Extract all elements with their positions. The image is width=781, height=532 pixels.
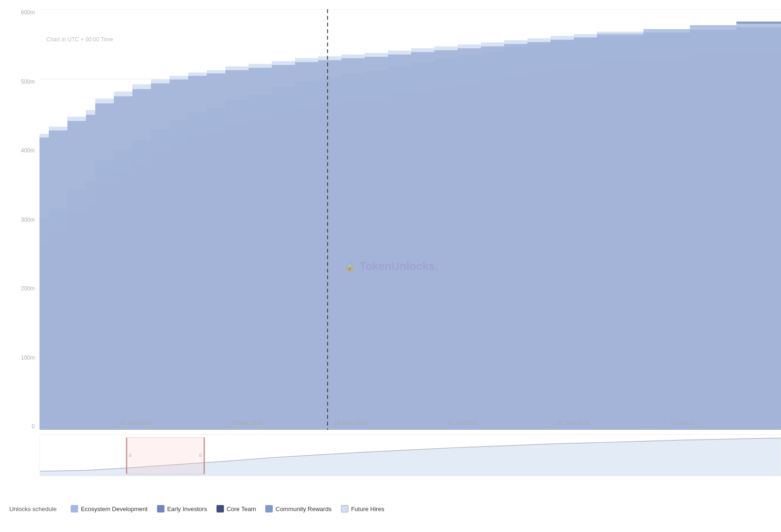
chart-container: 600m 500m 400m 300m 200m 100m 0 Chart in… <box>0 0 781 532</box>
range-selector[interactable]: ⠿ ⠿ <box>126 437 205 474</box>
x-label-jul: 01 Jul 2024 <box>448 420 477 426</box>
legend-item-ecosystem: Ecosystem Development <box>71 505 148 512</box>
legend-color-community-rewards <box>265 505 273 512</box>
legend-label-future-hires: Future Hires <box>351 506 385 512</box>
legend-item-core-team: Core Team <box>217 505 256 512</box>
legend-label-core-team: Core Team <box>227 506 256 512</box>
x-label-nov: 01 Nov 2... <box>671 420 698 426</box>
y-label-300m: 300m <box>21 217 35 223</box>
x-label-sep: 01 Sep 2024 <box>558 420 589 426</box>
legend-item-early-investors: Early Investors <box>157 505 207 512</box>
x-label-mar: 01 Mar 2024 <box>231 420 263 426</box>
legend-color-ecosystem <box>71 505 78 512</box>
x-label-jan: 01 Jan 2024 <box>120 420 151 426</box>
y-label-500m: 500m <box>21 79 35 85</box>
x-label-may: 01 May 2024 <box>335 420 367 426</box>
legend-label-community-rewards: Community Rewards <box>276 506 332 512</box>
mini-chart[interactable]: ⠿ ⠿ <box>39 434 781 476</box>
y-label-200m: 200m <box>21 285 35 292</box>
y-axis: 600m 500m 400m 300m 200m 100m 0 <box>0 9 39 430</box>
y-label-400m: 400m <box>21 147 35 154</box>
x-axis: 01 Jan 2024 01 Mar 2024 01 May 2024 01 J… <box>39 416 781 430</box>
legend-color-core-team <box>217 505 224 512</box>
legend: Unlocks schedule Ecosystem Development E… <box>0 495 781 523</box>
legend-item-future-hires: Future Hires <box>341 505 385 512</box>
legend-color-early-investors <box>157 505 164 512</box>
y-label-0: 0 <box>32 423 35 430</box>
legend-item-community-rewards: Community Rewards <box>265 505 332 512</box>
y-label-600m: 600m <box>21 9 35 16</box>
range-handle-left[interactable]: ⠿ <box>126 438 127 474</box>
range-drag-left-icon: ⠿ <box>129 453 132 458</box>
range-drag-right-icon: ⠿ <box>199 453 202 458</box>
legend-label-ecosystem: Ecosystem Development <box>81 506 148 512</box>
y-label-100m: 100m <box>21 355 35 361</box>
legend-color-future-hires <box>341 505 348 512</box>
legend-label-early-investors: Early Investors <box>167 506 207 512</box>
main-chart-svg: Today <box>39 9 781 430</box>
range-handle-right[interactable]: ⠿ <box>203 438 205 474</box>
unlocks-schedule-label: Unlocks schedule <box>9 506 57 512</box>
